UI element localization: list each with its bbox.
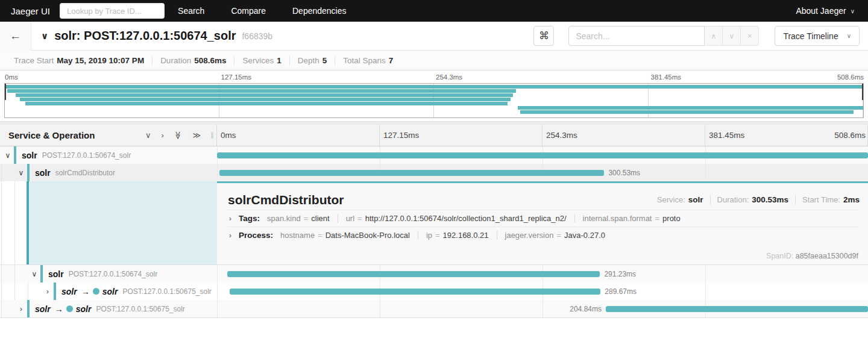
minimap-span-bar — [7, 89, 516, 93]
minimap-tick: 381.45ms — [651, 73, 682, 81]
indent-guide — [28, 283, 28, 300]
meta-depth: Depth5 — [290, 56, 336, 65]
span-duration-bar[interactable] — [230, 289, 600, 295]
detail-overview: Service:solr Duration:300.53ms Start Tim… — [650, 195, 860, 204]
minimap-span-bar — [16, 93, 513, 97]
minimap-right-drag-handle[interactable] — [862, 84, 863, 100]
nav-item-search[interactable]: Search — [165, 6, 218, 16]
minimap-canvas[interactable] — [4, 83, 864, 118]
search-next-button[interactable]: ∨ — [723, 26, 741, 46]
minimap-left-drag-handle[interactable] — [5, 84, 6, 100]
detail-highlight-fill[interactable] — [29, 181, 217, 264]
minimap-span-bar — [5, 85, 863, 89]
span-timeline-cell[interactable]: 289.67ms — [217, 283, 868, 300]
span-row[interactable]: ∨ solr POST:127.0.0.1:50674_solr — [0, 146, 868, 164]
about-jaeger-menu[interactable]: About Jaeger ∨ — [796, 6, 868, 16]
tag-item: span.kind=client — [267, 214, 338, 223]
empty-area — [0, 317, 868, 347]
tree-controls: ∨ › ≫ ≫ — [145, 131, 216, 139]
expand-all-icon[interactable]: ≫ — [192, 131, 201, 139]
operation-name: POST:127.0.0.1:50675_solr — [96, 305, 184, 313]
span-timeline-cell[interactable]: 291.23ms — [217, 265, 868, 283]
about-jaeger-label: About Jaeger — [796, 6, 846, 16]
chevron-right-icon: › — [229, 231, 239, 240]
trace-title: solr: POST:127.0.0.1:50674_solr — [54, 29, 236, 43]
tags-accordion[interactable]: › Tags: span.kind=client url=http://127.… — [228, 210, 860, 227]
span-duration-label: 291.23ms — [600, 270, 640, 278]
span-row[interactable]: › solr → solr POST:127.0.0.1:50675_solr … — [0, 300, 868, 317]
timeline-tick: 254.3ms — [542, 125, 705, 146]
service-color-stripe — [54, 283, 56, 300]
trace-search-input[interactable] — [568, 26, 705, 46]
top-nav: Jaeger UI Search Compare Dependencies Ab… — [0, 0, 868, 22]
process-accordion[interactable]: › Process: hostname=Dats-MacBook-Pro.loc… — [228, 227, 860, 243]
trace-minimap: 0ms 127.15ms 254.3ms 381.45ms 508.6ms — [0, 70, 868, 121]
meta-duration: Duration508.6ms — [153, 56, 234, 65]
span-duration-bar[interactable] — [227, 271, 600, 277]
trace-view-selector[interactable]: Trace Timeline ∨ — [775, 26, 860, 46]
nav-item-dependencies[interactable]: Dependencies — [279, 6, 360, 16]
span-duration-bar[interactable] — [606, 306, 868, 312]
chevron-right-icon[interactable]: › — [43, 287, 52, 296]
nav-item-compare[interactable]: Compare — [218, 6, 279, 16]
rpc-arrow-icon: → — [81, 287, 90, 296]
trace-collapse-toggle[interactable]: ∨ — [41, 31, 48, 42]
chevron-down-icon: ∨ — [729, 32, 734, 40]
timeline-tick: 127.15ms — [380, 125, 542, 146]
indent-guide — [14, 181, 15, 264]
meta-services: Services1 — [234, 56, 289, 65]
service-color-stripe — [27, 164, 30, 181]
span-timeline-cell[interactable]: 300.53ms — [217, 164, 868, 181]
column-resize-handle[interactable]: ∥ — [211, 131, 215, 139]
chevron-down-icon: ∨ — [847, 33, 851, 39]
operation-name: POST:127.0.0.1:50674_solr — [42, 151, 131, 160]
keyboard-shortcuts-button[interactable]: ⌘ — [533, 26, 554, 46]
service-name: solr — [61, 287, 77, 296]
brand-jaeger-ui[interactable]: Jaeger UI — [0, 6, 60, 16]
process-item: jaeger.version=Java-0.27.0 — [497, 231, 613, 240]
timeline-header: 0ms 127.15ms 254.3ms 381.45ms 508.6ms — [217, 125, 868, 146]
minimap-tick: 254.3ms — [436, 73, 462, 81]
span-timeline-cell[interactable] — [217, 146, 868, 164]
search-prev-button[interactable]: ∧ — [705, 26, 723, 46]
span-timeline-cell[interactable]: 204.84ms — [217, 300, 868, 317]
indent-guide — [14, 283, 15, 300]
back-button[interactable]: ← — [0, 22, 31, 51]
tags-label: Tags: — [239, 214, 260, 223]
process-label: Process: — [239, 231, 273, 240]
span-duration-label: 289.67ms — [600, 287, 641, 296]
span-row-selected[interactable]: ∨ solr solrCmdDistributor 300.53ms — [0, 164, 868, 181]
minimap-tick: 0ms — [5, 73, 18, 81]
chevron-right-icon[interactable]: › — [17, 305, 25, 313]
indent-guide — [1, 164, 2, 181]
span-duration-bar[interactable] — [217, 152, 868, 158]
meta-trace-start: Trace StartMay 15, 2019 10:07 PM — [6, 56, 153, 65]
service-color-stripe — [14, 146, 16, 164]
chevron-down-icon[interactable]: ∨ — [17, 169, 25, 177]
detail-start-time: Start Time:2ms — [796, 195, 860, 204]
detail-service: Service:solr — [650, 195, 711, 204]
trace-id-short: f66839b — [242, 31, 272, 41]
span-row[interactable]: ∨ solr POST:127.0.0.1:50674_solr 291.23m… — [0, 265, 868, 283]
span-duration-bar[interactable] — [219, 170, 604, 176]
trace-header-controls: ⌘ ∧ ∨ × Trace Timeline ∨ — [533, 26, 868, 46]
chevron-down-icon[interactable]: ∨ — [30, 270, 39, 278]
span-row[interactable]: › solr → solr POST:127.0.0.1:50675_solr … — [0, 283, 868, 300]
timeline-tick: 0ms — [217, 125, 380, 146]
trace-id-lookup-input[interactable] — [60, 3, 165, 19]
expand-one-icon[interactable]: › — [161, 131, 163, 139]
span-rows: ∨ solr POST:127.0.0.1:50674_solr ∨ solr … — [0, 146, 868, 347]
operation-name: POST:127.0.0.1:50674_solr — [69, 270, 157, 278]
collapse-all-icon[interactable]: ≫ — [174, 131, 182, 140]
trace-view-selector-label: Trace Timeline — [783, 31, 838, 41]
detail-duration: Duration:300.53ms — [711, 195, 796, 204]
collapse-one-icon[interactable]: ∨ — [145, 131, 151, 139]
rpc-service-dot — [66, 305, 73, 312]
process-item: ip=192.168.0.21 — [418, 231, 497, 240]
span-detail-panel: solrCmdDistributor Service:solr Duration… — [217, 181, 868, 264]
search-clear-button[interactable]: × — [741, 26, 759, 46]
indent-guide — [1, 300, 2, 317]
span-detail-header: solrCmdDistributor Service:solr Duration… — [228, 183, 860, 210]
chevron-down-icon[interactable]: ∨ — [4, 151, 12, 160]
span-duration-label: 204.84ms — [565, 305, 606, 313]
